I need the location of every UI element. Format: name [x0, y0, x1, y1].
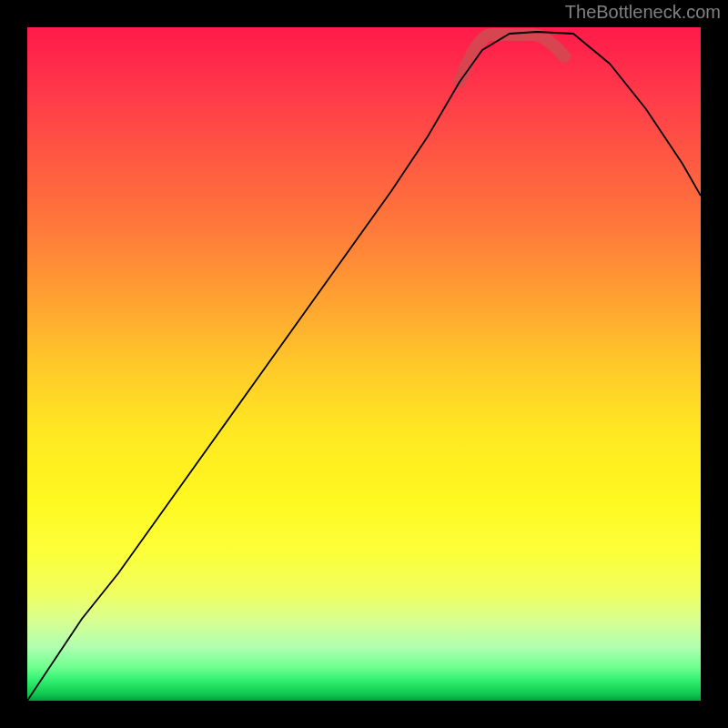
chart-svg: [27, 27, 701, 701]
chart-plot-area: [27, 27, 701, 701]
valley-highlight: [460, 35, 564, 82]
bottleneck-curve: [27, 32, 701, 701]
attribution-text: TheBottleneck.com: [565, 2, 721, 23]
